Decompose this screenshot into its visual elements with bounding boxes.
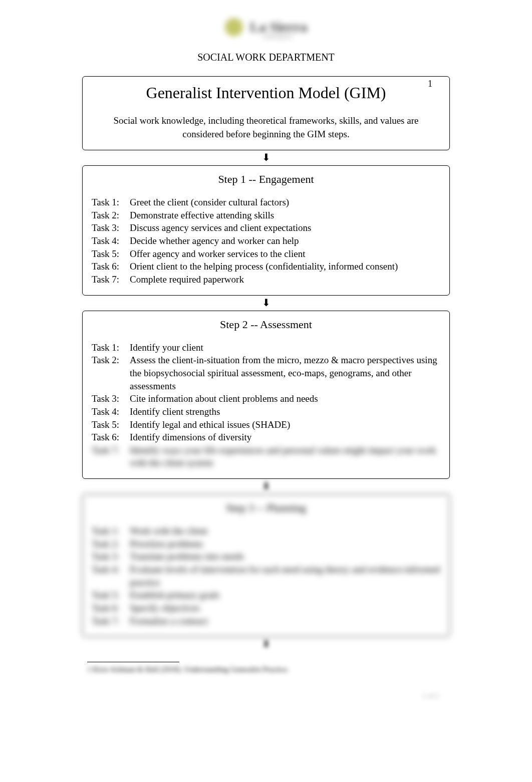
task-row: Task 1:Identify your client xyxy=(92,341,440,354)
page-number: 1 of 2 xyxy=(422,692,439,700)
task-label: Task 1: xyxy=(92,525,130,538)
task-text: Work with the client xyxy=(130,525,440,538)
task-text: Translate problems into needs xyxy=(130,550,440,563)
footnote-marker: 1 xyxy=(428,79,432,89)
task-text: Evaluate levels of intervention for each… xyxy=(130,563,440,589)
task-text: Greet the client (consider cultural fact… xyxy=(130,196,440,209)
task-label: Task 4: xyxy=(92,405,130,418)
task-text: Identify client strengths xyxy=(130,405,440,418)
task-text: Specify objectives xyxy=(130,602,440,615)
task-text: Prioritize problems xyxy=(130,538,440,551)
task-text: Cite information about client problems a… xyxy=(130,392,440,405)
step-2-heading: Step 2 -- Assessment xyxy=(92,318,440,331)
task-label: Task 7: xyxy=(92,444,130,469)
task-text: Identify your client xyxy=(130,341,440,354)
task-row: Task 3:Cite information about client pro… xyxy=(92,392,440,405)
task-row: Task 4:Decide whether agency and worker … xyxy=(92,234,440,247)
task-row: Task 6:Identify dimensions of diversity xyxy=(92,431,440,444)
task-row: Task 3:Translate problems into needs xyxy=(92,550,440,563)
intro-text: Social work knowledge, including theoret… xyxy=(92,114,440,141)
task-label: Task 2: xyxy=(92,354,130,392)
task-row: Task 4:Identify client strengths xyxy=(92,405,440,418)
task-row: Task 7:Complete required paperwork xyxy=(92,273,440,286)
task-label: Task 2: xyxy=(92,209,130,222)
task-row: Task 4:Evaluate levels of intervention f… xyxy=(92,563,440,589)
task-label: Task 5: xyxy=(92,589,130,602)
arrow-down-icon: ⬇ xyxy=(78,296,454,311)
task-text: Complete required paperwork xyxy=(130,273,440,286)
logo-icon xyxy=(225,18,243,36)
task-text: Assess the client-in-situation from the … xyxy=(130,354,440,392)
task-row: Task 6:Specify objectives xyxy=(92,602,440,615)
task-row: Task 7:Formalize a contract xyxy=(92,615,440,628)
task-label: Task 6: xyxy=(92,260,130,273)
task-label: Task 7: xyxy=(92,615,130,628)
task-row: Task 1:Work with the client xyxy=(92,525,440,538)
task-text: Identify dimensions of diversity xyxy=(130,431,440,444)
step-3-box: Step 3 -- Planning Task 1:Work with the … xyxy=(82,494,450,637)
step-1-box: Step 1 -- Engagement Task 1:Greet the cl… xyxy=(82,165,450,295)
task-label: Task 1: xyxy=(92,196,130,209)
footnote-text: 1 Kirst-Ashman & Hull (2018). Understand… xyxy=(0,665,532,674)
task-row: Task 1:Greet the client (consider cultur… xyxy=(92,196,440,209)
task-label: Task 6: xyxy=(92,431,130,444)
task-text: Discuss agency services and client expec… xyxy=(130,221,440,234)
task-label: Task 6: xyxy=(92,602,130,615)
task-label: Task 4: xyxy=(92,563,130,589)
task-label: Task 3: xyxy=(92,221,130,234)
logo-name: La Sierra xyxy=(250,19,307,35)
task-label: Task 4: xyxy=(92,234,130,247)
task-text: Establish primary goals xyxy=(130,589,440,602)
task-text: Orient client to the helping process (co… xyxy=(130,260,440,273)
task-label: Task 2: xyxy=(92,538,130,551)
step-1-heading: Step 1 -- Engagement xyxy=(92,173,440,186)
arrow-down-icon: ⬇ xyxy=(78,637,454,652)
task-label: Task 1: xyxy=(92,341,130,354)
logo: La Sierra UNIVERSITY xyxy=(0,15,532,43)
task-row: Task 5:Offer agency and worker services … xyxy=(92,247,440,260)
task-row: Task 7:Identify ways your life experienc… xyxy=(92,444,440,469)
arrow-down-icon: ⬇ xyxy=(78,150,454,165)
task-row: Task 2:Assess the client-in-situation fr… xyxy=(92,354,440,392)
task-text: Offer agency and worker services to the … xyxy=(130,247,440,260)
department-heading: SOCIAL WORK DEPARTMENT xyxy=(0,52,532,63)
task-text: Decide whether agency and worker can hel… xyxy=(130,234,440,247)
task-row: Task 2:Prioritize problems xyxy=(92,538,440,551)
task-label: Task 5: xyxy=(92,418,130,431)
step-2-box: Step 2 -- Assessment Task 1:Identify you… xyxy=(82,311,450,479)
task-label: Task 7: xyxy=(92,273,130,286)
task-row: Task 5:Identify legal and ethical issues… xyxy=(92,418,440,431)
task-text: Demonstrate effective attending skills xyxy=(130,209,440,222)
task-row: Task 3:Discuss agency services and clien… xyxy=(92,221,440,234)
task-text: Formalize a contract xyxy=(130,615,440,628)
task-text: Identify legal and ethical issues (SHADE… xyxy=(130,418,440,431)
task-text: Identify ways your life experiences and … xyxy=(130,444,440,469)
footnote-separator xyxy=(87,662,179,662)
task-row: Task 6:Orient client to the helping proc… xyxy=(92,260,440,273)
title-box: Generalist Intervention Model (GIM) 1 So… xyxy=(82,76,450,150)
document-title: Generalist Intervention Model (GIM) xyxy=(146,84,386,102)
task-row: Task 5:Establish primary goals xyxy=(92,589,440,602)
task-row: Task 2:Demonstrate effective attending s… xyxy=(92,209,440,222)
task-label: Task 5: xyxy=(92,247,130,260)
task-label: Task 3: xyxy=(92,392,130,405)
step-3-heading: Step 3 -- Planning xyxy=(92,501,440,514)
task-label: Task 3: xyxy=(92,550,130,563)
arrow-down-icon: ⬇ xyxy=(78,479,454,494)
